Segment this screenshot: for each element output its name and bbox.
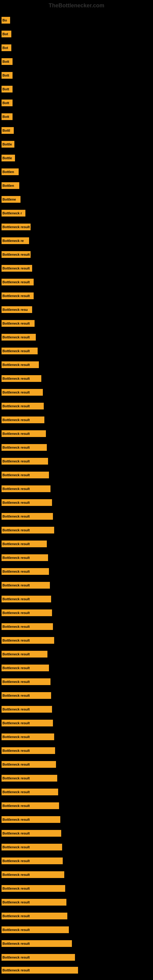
bar-row: Bott xyxy=(2,100,13,106)
bottleneck-bar: Bottleneck result xyxy=(2,830,61,837)
bottleneck-bar: Bottleneck result xyxy=(2,596,51,602)
bottleneck-bar: Bottleneck result xyxy=(2,375,41,382)
bar-row: Bottleneck result xyxy=(2,361,39,368)
bottleneck-bar: Bottleneck result xyxy=(2,265,32,272)
bottleneck-bar: Bottleneck result xyxy=(2,458,48,465)
bar-row: Bottleneck result xyxy=(2,678,51,685)
bottleneck-bar: Bottleneck r xyxy=(2,210,26,216)
bottleneck-bar: Bottleneck result xyxy=(2,348,38,354)
bar-row: Bottleneck result xyxy=(2,279,33,285)
bottleneck-bar: Bottleneck result xyxy=(2,430,46,437)
bar-row: Bottleneck result xyxy=(2,899,66,905)
bar-row: Bottle xyxy=(2,141,14,148)
bottleneck-bar: Bottleneck result xyxy=(2,816,60,823)
bar-row: Bott xyxy=(2,58,13,65)
bottleneck-bar: Bottleneck result xyxy=(2,224,30,230)
bottleneck-bar: Bottleneck result xyxy=(2,251,30,258)
bottleneck-bar: Bottleneck result xyxy=(2,967,78,974)
bottleneck-bar: Bottleneck result xyxy=(2,899,66,905)
bottleneck-bar: Bottlene xyxy=(2,196,21,203)
bar-row: Bot xyxy=(2,30,11,37)
bottleneck-bar: Bottleneck result xyxy=(2,541,47,547)
bar-row: Bottleneck result xyxy=(2,458,48,465)
bar-row: Bottleneck result xyxy=(2,802,59,809)
bar-row: Bottleneck result xyxy=(2,265,32,272)
bar-row: Bottleneck result xyxy=(2,775,57,781)
bottleneck-bar: Bottleneck result xyxy=(2,733,54,740)
bottleneck-bar: Bottleneck result xyxy=(2,692,51,699)
bottleneck-bar: Bottleneck re xyxy=(2,237,29,244)
bar-row: Bottlen xyxy=(2,182,19,189)
bar-row: Bottleneck result xyxy=(2,596,51,602)
bar-row: Bottleneck result xyxy=(2,444,47,451)
bar-row: Bottleneck result xyxy=(2,637,54,644)
bottleneck-bar: Bott xyxy=(2,113,13,120)
bottleneck-bar: Bottlen xyxy=(2,169,19,175)
bottleneck-bar: Bottleneck result xyxy=(2,637,54,644)
bottleneck-bar: Bottle xyxy=(2,155,15,161)
bottleneck-bar: Bottleneck result xyxy=(2,582,50,589)
bar-row: Bottleneck result xyxy=(2,389,43,396)
bottleneck-bar: Bottleneck result xyxy=(2,527,54,533)
bar-row: Bottlen xyxy=(2,169,19,175)
bar-row: Bottleneck r xyxy=(2,210,26,216)
bar-row: Bottleneck result xyxy=(2,472,49,478)
bar-row: Bottleneck result xyxy=(2,527,54,533)
bar-row: Bottleneck result xyxy=(2,858,63,864)
bottleneck-bar: Bottleneck result xyxy=(2,940,72,947)
bottleneck-bar: Bottleneck result xyxy=(2,802,59,809)
bar-row: Bottleneck result xyxy=(2,665,49,671)
bar-row: Bottleneck result xyxy=(2,417,45,423)
bottleneck-bar: Bot xyxy=(2,45,11,51)
bar-row: Bottleneck result xyxy=(2,541,47,547)
bar-row: Bottleneck result xyxy=(2,499,52,506)
bottleneck-bar: Bottleneck result xyxy=(2,389,43,396)
bottleneck-bar: Bottleneck result xyxy=(2,334,36,340)
bottleneck-bar: Bottleneck result xyxy=(2,651,48,657)
bottleneck-bar: Bott xyxy=(2,72,13,79)
bar-row: Bottleneck result xyxy=(2,609,52,616)
bottleneck-bar: Bottleneck result xyxy=(2,775,57,781)
bar-row: Bottleneck result xyxy=(2,830,61,837)
bar-row: Bottleneck result xyxy=(2,293,33,299)
bar-row: Bottleneck result xyxy=(2,348,38,354)
bar-row: Bottlene xyxy=(2,196,21,203)
bottleneck-bar: Bottleneck result xyxy=(2,609,52,616)
bar-row: Bottleneck result xyxy=(2,651,48,657)
bar-row: Bottleneck result xyxy=(2,733,54,740)
bar-row: Bottleneck result xyxy=(2,913,67,920)
bar-row: Bottleneck result xyxy=(2,706,52,713)
bottleneck-bar: Bot xyxy=(2,30,11,37)
bar-row: Bottleneck result xyxy=(2,967,78,974)
bottleneck-bar: Bottleneck result xyxy=(2,844,62,850)
bar-row: Bot xyxy=(2,45,11,51)
bottleneck-bar: Bottleneck result xyxy=(2,789,58,795)
bottleneck-bar: Bott xyxy=(2,58,13,65)
bar-row: Bottleneck result xyxy=(2,761,56,768)
bottleneck-bar: Bottleneck result xyxy=(2,858,63,864)
bottleneck-bar: Bottleneck result xyxy=(2,747,55,754)
bottleneck-bar: Bottleneck result xyxy=(2,361,39,368)
bottleneck-bar: Bottleneck result xyxy=(2,871,64,878)
bottleneck-bar: Bottleneck result xyxy=(2,623,53,630)
bar-row: Bottleneck result xyxy=(2,251,30,258)
bar-row: Bottle xyxy=(2,155,15,161)
bottleneck-bar: Bottleneck result xyxy=(2,403,44,409)
bar-row: Bottleneck result xyxy=(2,747,55,754)
bar-row: Bottleneck result xyxy=(2,844,62,850)
site-title: TheBottlenecker.com xyxy=(0,0,153,11)
bar-row: Bottleneck result xyxy=(2,816,60,823)
bottleneck-bar: Bott xyxy=(2,86,13,92)
bottleneck-bar: Bottleneck result xyxy=(2,706,52,713)
bottleneck-bar: Bottleneck result xyxy=(2,761,56,768)
bottleneck-bar: Bottleneck result xyxy=(2,554,48,561)
bar-row: Bottleneck result xyxy=(2,403,44,409)
bottleneck-bar: Bo xyxy=(2,17,10,24)
bar-row: Bott xyxy=(2,72,13,79)
bottleneck-bar: Bottleneck result xyxy=(2,499,52,506)
bottleneck-bar: Bottleneck result xyxy=(2,417,45,423)
bar-row: Bottleneck result xyxy=(2,375,41,382)
bar-row: Bottleneck result xyxy=(2,871,64,878)
chart-container: BoBotBotBottBottBottBottBottBottlBottleB… xyxy=(0,11,153,976)
bottleneck-bar: Bottleneck result xyxy=(2,513,53,520)
